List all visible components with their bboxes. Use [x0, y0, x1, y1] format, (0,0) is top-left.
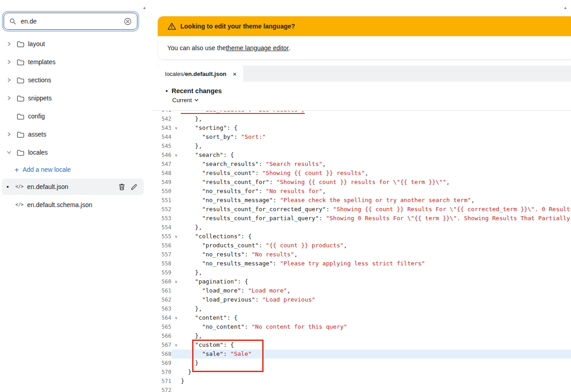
chevron-down-icon: [194, 97, 198, 104]
theme-language-editor-link[interactable]: theme language editor: [226, 44, 288, 52]
sidebar-item-config[interactable]: config: [0, 107, 146, 125]
sidebar-item-templates[interactable]: templates: [0, 53, 146, 71]
code-line[interactable]: 546∨ "search": {: [158, 151, 571, 160]
code-line[interactable]: 558 "no_results_message": "Please try ap…: [158, 259, 571, 268]
fold-spacer: [171, 268, 181, 277]
code-line[interactable]: 563 },: [158, 304, 571, 313]
code-line[interactable]: 552 "results_count_for_corrected_query":…: [158, 205, 571, 214]
code-line[interactable]: 547 "search_results": "Search results",: [158, 160, 571, 169]
line-number: 561: [158, 286, 171, 295]
code-line-text: "load_more": "Load more",: [181, 286, 571, 295]
code-line[interactable]: 569 }: [158, 359, 571, 368]
fold-toggle-icon[interactable]: ∨: [171, 232, 181, 241]
clear-search-icon[interactable]: [124, 18, 132, 25]
tab-locales-en-default-json[interactable]: locales/en.default.json ×: [158, 66, 243, 82]
sidebar-item-snippets[interactable]: snippets: [0, 89, 146, 107]
file-label: en.default.schema.json: [27, 201, 144, 208]
code-line[interactable]: 542 },: [158, 114, 571, 123]
code-line[interactable]: 554 },: [158, 223, 571, 232]
fold-spacer: [171, 286, 181, 295]
delete-file-icon[interactable]: [118, 183, 125, 190]
sidebar-scroll-up-arrow[interactable]: ▲: [142, 5, 146, 10]
code-editor[interactable]: 541 "see_results": "See results",542 },5…: [152, 111, 571, 392]
sidebar-item-locales[interactable]: locales: [0, 143, 146, 161]
folder-label: assets: [28, 131, 46, 138]
code-line[interactable]: 572: [158, 386, 571, 392]
main-scroll-up-arrow[interactable]: ▲: [563, 5, 567, 10]
banner-title: Looking to edit your theme language?: [180, 23, 295, 30]
add-new-locale-button[interactable]: + Add a new locale: [0, 161, 146, 178]
close-tab-icon[interactable]: ×: [233, 71, 237, 77]
modified-dot-icon: ●: [4, 184, 12, 189]
line-number: 560: [158, 277, 171, 286]
code-line[interactable]: 571}: [158, 377, 571, 386]
code-line[interactable]: 545 },: [158, 142, 571, 151]
sidebar-item-sections[interactable]: sections: [0, 71, 146, 89]
code-line[interactable]: 543∨ "sorting": {: [158, 123, 571, 132]
sidebar-item-layout[interactable]: layout: [0, 35, 146, 53]
recent-changes-dot-icon: ●: [165, 89, 168, 93]
folder-label: sections: [28, 76, 51, 84]
code-line[interactable]: 541 "see_results": "See results",: [158, 111, 571, 114]
code-line-text: "sorting": {: [181, 123, 571, 132]
fold-toggle-icon[interactable]: ∨: [171, 340, 181, 349]
line-number: 564: [158, 313, 171, 322]
code-line[interactable]: 550 "no_results_for": "No results for",: [158, 187, 571, 196]
line-number: 543: [158, 123, 171, 132]
code-line[interactable]: 565 "no_content": "No content for this q…: [158, 322, 571, 331]
code-line-text: "collections": {: [181, 232, 571, 241]
code-line[interactable]: 544 "sort_by": "Sort:": [158, 132, 571, 142]
fold-spacer: [171, 322, 181, 331]
code-line[interactable]: 567∨ "custom": {: [158, 340, 571, 349]
code-line[interactable]: 551 "no_results_message": "Please check …: [158, 196, 571, 205]
line-number: 567: [158, 340, 171, 349]
folder-icon: [14, 59, 26, 66]
line-number: 545: [158, 142, 171, 151]
code-line-text: },: [181, 268, 571, 277]
fold-toggle-icon[interactable]: ∨: [171, 313, 181, 322]
file-item-en-default-json[interactable]: ● </> en.default.json: [2, 179, 144, 195]
code-line[interactable]: 556 "products_count": "{{ count }} produ…: [158, 241, 571, 250]
recent-changes-title: Recent changes: [171, 87, 222, 94]
code-line[interactable]: 568 "sale": "Sale": [158, 349, 571, 359]
version-dropdown[interactable]: Current: [152, 94, 571, 104]
code-line-text: "no_results_message": "Please try applyi…: [181, 259, 571, 268]
line-number: 554: [158, 223, 171, 232]
line-number: 559: [158, 268, 171, 277]
code-line-text: }: [181, 377, 571, 386]
file-explorer-sidebar: ▲ layout templates sections snippets con…: [0, 0, 152, 392]
line-number: 563: [158, 304, 171, 313]
rename-file-icon[interactable]: [131, 184, 137, 190]
code-line-text: "load_previous": "Load previous": [181, 295, 571, 304]
code-line[interactable]: 553 "results_count_for_partial_query": "…: [158, 214, 571, 223]
line-number: 551: [158, 196, 171, 205]
fold-toggle-icon[interactable]: ∨: [171, 123, 181, 132]
code-line[interactable]: 555∨ "collections": {: [158, 232, 571, 241]
line-number: 565: [158, 322, 171, 331]
code-line[interactable]: 559 },: [158, 268, 571, 277]
chevron-down-icon: [5, 150, 13, 155]
fold-spacer: [171, 205, 181, 214]
code-line[interactable]: 562 "load_previous": "Load previous": [158, 295, 571, 304]
code-line[interactable]: 564∨ "content": {: [158, 313, 571, 322]
code-line[interactable]: 560∨ "pagination": {: [158, 277, 571, 286]
code-line[interactable]: 566 },: [158, 331, 571, 340]
file-item-en-default-schema-json[interactable]: </> en.default.schema.json: [2, 197, 144, 213]
fold-toggle-icon[interactable]: ∨: [171, 151, 181, 160]
code-line-text: "search_results": "Search results",: [181, 160, 571, 169]
code-line[interactable]: 557 "no_results": "No results",: [158, 250, 571, 259]
code-line-text: "products_count": "{{ count }} products"…: [181, 241, 571, 250]
code-line[interactable]: 548 "results_count": "Showing {{ count }…: [158, 169, 571, 178]
sidebar-item-assets[interactable]: assets: [0, 125, 146, 143]
search-input[interactable]: [21, 18, 119, 25]
fold-toggle-icon[interactable]: ∨: [171, 277, 181, 286]
fold-spacer: [171, 214, 181, 223]
code-line[interactable]: 570 }: [158, 368, 571, 377]
code-line[interactable]: 549 "results_count_for": "Showing {{ cou…: [158, 178, 571, 187]
version-label: Current: [172, 97, 192, 104]
line-number: 546: [158, 151, 171, 160]
file-search-box[interactable]: [4, 13, 137, 30]
code-line[interactable]: 561 "load_more": "Load more",: [158, 286, 571, 295]
tab-label: locales/en.default.json: [165, 71, 227, 77]
code-line-text: "pagination": {: [181, 277, 571, 286]
